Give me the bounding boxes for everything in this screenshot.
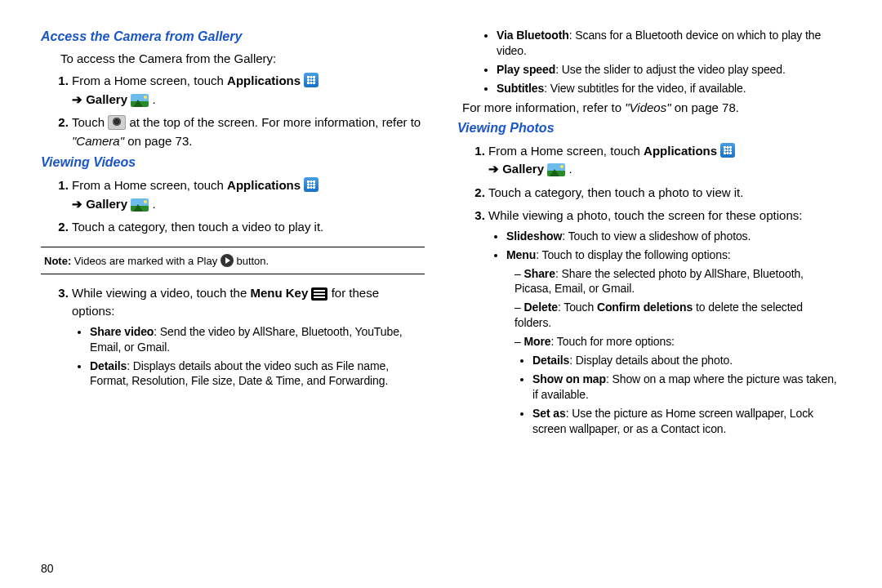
label: Show on map	[532, 372, 606, 385]
photo-step-1: From a Home screen, touch Applications ➔…	[488, 142, 841, 179]
note-text-b: button.	[236, 255, 269, 267]
opt-details: Details: Displays details about the vide…	[90, 359, 425, 390]
photo-steps: From a Home screen, touch Applications ➔…	[457, 142, 841, 437]
label-gallery: Gallery	[86, 92, 127, 106]
label: Set as	[532, 407, 566, 420]
text: For more information, refer to	[462, 100, 625, 114]
video-options-cont: Via Bluetooth: Scans for a Bluetooth dev…	[457, 28, 841, 96]
text: on page 73.	[124, 134, 192, 148]
period: .	[149, 92, 155, 106]
gallery-icon	[547, 163, 565, 176]
label: Details	[532, 354, 569, 367]
gallery-icon	[131, 198, 149, 212]
opt-share-video: Share video: Send the video by AllShare,…	[90, 324, 425, 355]
video-steps: From a Home screen, touch Applications ➔…	[41, 176, 425, 237]
video-step-1: From a Home screen, touch Applications ➔…	[72, 176, 425, 213]
opt-slideshow: Slideshow: Touch to view a slideshow of …	[506, 229, 841, 244]
video-step-3: While viewing a video, touch the Menu Ke…	[72, 284, 425, 390]
text: : Touch to display the following options…	[536, 248, 730, 261]
period: .	[149, 197, 155, 211]
label: Slideshow	[506, 229, 562, 243]
label: Via Bluetooth	[497, 29, 569, 42]
manual-page: Access the Camera from Gallery To access…	[0, 0, 882, 450]
label: Subtitles	[497, 82, 544, 95]
opt-more: More: Touch for more options: Details: D…	[514, 334, 841, 436]
more-sub-options: Details: Display details about the photo…	[514, 353, 841, 436]
text: : View subtitles for the video, if avail…	[544, 82, 746, 95]
label: Play speed	[497, 63, 555, 76]
opt-show-on-map: Show on map: Show on a map where the pic…	[532, 372, 841, 403]
label: More	[523, 335, 550, 348]
note-label: Note:	[44, 255, 74, 267]
ref-videos: "Videos"	[625, 100, 670, 114]
arrow-icon: ➔	[488, 162, 502, 176]
label-confirm-deletions: Confirm deletions	[597, 301, 693, 314]
page-number: 80	[41, 562, 54, 575]
text: While viewing a photo, touch the screen …	[488, 208, 802, 222]
opt-delete: Delete: Touch Confirm deletions to delet…	[514, 300, 841, 331]
menu-sub-options: Share: Share the selected photo by AllSh…	[506, 266, 841, 437]
label: Details	[90, 359, 127, 372]
heading-viewing-videos: Viewing Videos	[41, 155, 425, 170]
text: : Share the selected photo by AllShare, …	[514, 267, 804, 296]
heading-viewing-photos: Viewing Photos	[457, 121, 841, 136]
opt-via-bluetooth: Via Bluetooth: Scans for a Bluetooth dev…	[497, 28, 841, 59]
label: Share video	[90, 325, 154, 338]
access-step-1: From a Home screen, touch Applications ➔…	[72, 72, 425, 109]
label-applications: Applications	[227, 178, 301, 192]
play-icon	[220, 254, 234, 267]
applications-icon	[720, 143, 735, 158]
heading-access-camera: Access the Camera from Gallery	[41, 29, 425, 44]
note-text-a: Videos are marked with a Play	[74, 255, 220, 267]
text: From a Home screen, touch	[72, 178, 227, 192]
opt-subtitles: Subtitles: View subtitles for the video,…	[497, 81, 841, 96]
text: : Touch to view a slideshow of photos.	[562, 229, 751, 243]
label-applications: Applications	[644, 144, 717, 158]
gallery-icon	[131, 94, 149, 107]
label-menu-key: Menu Key	[250, 286, 308, 300]
label-gallery: Gallery	[86, 197, 127, 211]
label: Delete	[523, 301, 557, 314]
more-info-videos: For more information, refer to "Videos" …	[462, 100, 841, 116]
text: : Use the slider to adjust the video pla…	[555, 63, 786, 76]
text: : Use the picture as Home screen wallpap…	[532, 407, 813, 435]
photo-step-2: Touch a category, then touch a photo to …	[488, 184, 841, 203]
note-box: Note: Videos are marked with a Play butt…	[41, 247, 425, 274]
arrow-icon: ➔	[72, 92, 86, 106]
intro-text: To access the Camera from the Gallery:	[60, 51, 425, 67]
video-step-2: Touch a category, then touch a video to …	[72, 218, 425, 237]
text: : Display details about the photo.	[569, 354, 733, 367]
label-gallery: Gallery	[502, 162, 544, 176]
access-step-2: Touch at the top of the screen. For more…	[72, 114, 425, 150]
text: on page 78.	[670, 100, 738, 114]
text: : Touch	[558, 301, 597, 314]
opt-menu: Menu: Touch to display the following opt…	[506, 247, 841, 437]
text: : Touch for more options:	[551, 335, 675, 348]
label: Menu	[506, 248, 536, 261]
text: at the top of the screen. For more infor…	[129, 115, 421, 129]
photo-step-3: While viewing a photo, touch the screen …	[488, 207, 841, 436]
applications-icon	[304, 177, 318, 192]
opt-play-speed: Play speed: Use the slider to adjust the…	[497, 62, 841, 78]
right-column: Via Bluetooth: Scans for a Bluetooth dev…	[457, 24, 841, 442]
text: While viewing a video, touch the	[72, 286, 250, 300]
ref-camera: "Camera"	[72, 134, 124, 148]
video-steps-cont: While viewing a video, touch the Menu Ke…	[41, 284, 425, 390]
camera-icon	[108, 115, 126, 130]
text: From a Home screen, touch	[72, 74, 227, 87]
period: .	[565, 162, 572, 176]
text: Touch	[72, 115, 108, 129]
label: Share	[523, 267, 555, 280]
opt-set-as: Set as: Use the picture as Home screen w…	[532, 406, 841, 437]
access-steps: From a Home screen, touch Applications ➔…	[41, 72, 425, 150]
arrow-icon: ➔	[72, 197, 86, 211]
opt-share: Share: Share the selected photo by AllSh…	[514, 266, 841, 297]
text: From a Home screen, touch	[488, 144, 644, 158]
photo-options-list: Slideshow: Touch to view a slideshow of …	[488, 229, 841, 437]
applications-icon	[304, 73, 318, 87]
left-column: Access the Camera from Gallery To access…	[41, 24, 425, 442]
text: : Displays details about the video such …	[90, 359, 389, 388]
label-applications: Applications	[227, 74, 301, 87]
menu-key-icon	[311, 287, 327, 301]
video-options-list: Share video: Send the video by AllShare,…	[72, 324, 425, 390]
